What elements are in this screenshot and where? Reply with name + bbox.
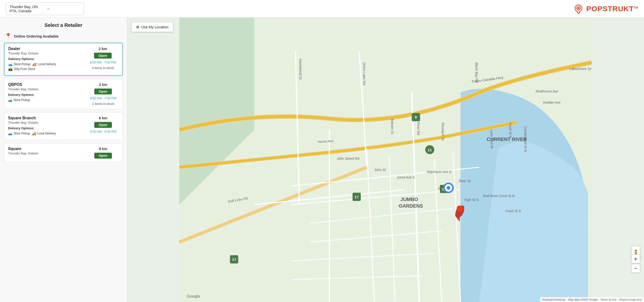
svg-point-41: [446, 186, 450, 189]
delivery-option: 🛋️ Store Pickup: [8, 132, 30, 135]
map-area: JUMBO GARDENS CURRENT RIVER Trans-Canada…: [127, 17, 644, 302]
svg-text:Hazelwood Dr: Hazelwood Dr: [298, 59, 302, 80]
svg-text:11: 11: [428, 148, 432, 152]
online-ordering-banner: 📍 Online Ordering Available: [0, 30, 127, 43]
delivery-options: 🛋️ Store Pickup 🚚 Local Delivery: [8, 62, 80, 66]
retailer-name: Dealer: [8, 47, 80, 51]
delivery-options: 🛋️ Store Pickup 🚚 Local Delivery: [8, 132, 80, 135]
header: Thunder Bay, ON P7A, Canada → POPSTRUKTT…: [0, 0, 644, 17]
svg-text:Lakeshore Dr: Lakeshore Dr: [569, 67, 592, 71]
svg-text:Algonquin Ave S: Algonquin Ave S: [427, 170, 452, 174]
svg-text:Onion Lake Rd: Onion Lake Rd: [362, 62, 366, 85]
delivery-option-label: Store Pickup: [14, 98, 30, 102]
location-input-wrap[interactable]: Thunder Bay, ON P7A, Canada →: [6, 2, 84, 15]
delivery-options-row2: 🗃️ Ship From Store: [8, 67, 80, 71]
zoom-out-button[interactable]: −: [631, 264, 640, 273]
retailer-name: QBPOS: [8, 82, 80, 87]
retailer-city: Thunder Bay, Ontario: [8, 87, 80, 91]
delivery-option-label: Ship From Store: [14, 67, 35, 71]
delivery-option-icon: 🛋️: [8, 132, 12, 135]
delivery-option-label: Local Delivery: [38, 62, 56, 66]
svg-point-42: [457, 205, 463, 211]
svg-text:GARDENS: GARDENS: [399, 203, 423, 209]
svg-text:JUMBO: JUMBO: [400, 197, 418, 202]
distance: 2 km: [99, 82, 107, 87]
delivery-option-icon: 🗃️: [8, 67, 12, 71]
keyboard-shortcuts-link[interactable]: Keyboard shortcuts: [542, 298, 565, 301]
svg-text:Google: Google: [187, 294, 200, 299]
svg-text:Strathcona Ave: Strathcona Ave: [536, 90, 558, 93]
svg-text:+: +: [414, 114, 418, 120]
retailer-right: 8 km Open: [84, 143, 123, 162]
svg-text:John Street Rd: John Street Rd: [337, 157, 360, 160]
use-my-location-label: Use My Location: [141, 25, 168, 29]
retailer-right: 2 km Open 9:00 AM - 7:00 PM 4 items in-s…: [83, 43, 122, 75]
open-badge: Open: [94, 53, 112, 59]
use-my-location-button[interactable]: ⊕ Use My Location: [132, 22, 173, 32]
retailer-card[interactable]: Square Branch Thunder Bay, Ontario Deliv…: [4, 112, 123, 140]
stock-count: 4 items in-stock: [92, 66, 114, 70]
open-badge: Open: [94, 153, 112, 158]
retailer-city: Thunder Bay, Ontario: [8, 121, 80, 124]
terms-of-use-link[interactable]: Terms of Use: [600, 298, 616, 301]
online-ordering-label: Online Ordering Available: [14, 34, 59, 38]
delivery-label: Delivery Options:: [8, 57, 80, 61]
svg-text:Lyon Blvd W: Lyon Blvd W: [490, 130, 494, 149]
svg-text:Shuniach St: Shuniach St: [441, 123, 445, 141]
logo-icon: [573, 3, 584, 14]
open-badge: Open: [94, 122, 112, 128]
panel-title: Select a Retailer: [0, 17, 127, 30]
svg-text:John St: John St: [374, 168, 386, 172]
stock-count: 1 items in-stock: [92, 102, 114, 106]
svg-text:Red River Court St N: Red River Court St N: [483, 194, 515, 198]
delivery-option-icon: 🛋️: [8, 62, 12, 66]
retailer-card[interactable]: QBPOS Thunder Bay, Ontario Delivery Opti…: [4, 79, 123, 109]
svg-text:Court St S: Court St S: [506, 209, 521, 213]
delivery-option-label: Store Pickup: [14, 132, 30, 135]
svg-text:Balsam St: Balsam St: [390, 119, 394, 134]
retailer-name: Square Branch: [8, 116, 80, 120]
logo-text: POPSTRUKTTM: [586, 5, 638, 13]
delivery-options: 🛋️ Store Pickup: [8, 98, 80, 102]
zoom-in-button[interactable]: +: [631, 255, 640, 264]
retailer-card[interactable]: Square Thunder Bay, Ontario 8 km Open: [4, 143, 123, 162]
delivery-label: Delivery Options:: [8, 126, 80, 130]
crosshair-icon: ⊕: [136, 25, 139, 29]
retailer-city: Thunder Bay, Ontario: [8, 151, 80, 155]
delivery-option-icon: 🚚: [32, 132, 36, 135]
delivery-option-icon: 🚚: [32, 62, 36, 66]
location-arrow-icon[interactable]: →: [46, 6, 80, 11]
logo: POPSTRUKTTM: [573, 3, 638, 14]
delivery-label: Delivery Options:: [8, 93, 80, 97]
svg-text:Cumberland St N: Cumberland St N: [524, 126, 527, 152]
retailer-list: Dealer Thunder Bay, Ontario Delivery Opt…: [0, 43, 127, 166]
hours: 9:00 AM - 7:00 PM: [90, 60, 116, 64]
delivery-option-icon: 🛋️: [8, 98, 12, 102]
svg-text:17: 17: [354, 195, 359, 199]
retailer-info: Square Thunder Bay, Ontario: [4, 143, 84, 162]
pin-icon: 📍: [5, 33, 12, 39]
retailer-city: Thunder Bay, Ontario: [8, 51, 80, 55]
distance: 6 km: [99, 116, 107, 120]
distance: 2 km: [99, 47, 107, 51]
open-badge: Open: [94, 89, 112, 94]
retailer-right: 6 km Open 9:00 AM - 6:00 PM: [84, 113, 123, 140]
hours: 9:00 AM - 7:00 PM: [90, 96, 116, 100]
svg-text:Hodder Ave: Hodder Ave: [543, 101, 560, 104]
retailer-right: 2 km Open 9:00 AM - 7:00 PM 1 items in-s…: [84, 79, 123, 109]
map-background: JUMBO GARDENS CURRENT RIVER Trans-Canada…: [127, 17, 644, 302]
svg-point-0: [578, 7, 579, 9]
retailer-info: Square Branch Thunder Bay, Ontario Deliv…: [4, 113, 84, 140]
report-map-error-link[interactable]: Report a map error: [619, 298, 642, 301]
retailer-info: Dealer Thunder Bay, Ontario Delivery Opt…: [4, 43, 83, 75]
svg-text:River St: River St: [458, 179, 470, 183]
location-text: Thunder Bay, ON P7A, Canada: [10, 5, 44, 13]
delivery-option: 🛋️ Store Pickup: [8, 62, 30, 66]
hours: 9:00 AM - 6:00 PM: [90, 130, 116, 134]
retailer-info: QBPOS Thunder Bay, Ontario Delivery Opti…: [4, 79, 84, 109]
delivery-option: 🛋️ Store Pickup: [8, 98, 30, 102]
retailer-card[interactable]: Dealer Thunder Bay, Ontario Delivery Opt…: [4, 43, 123, 76]
svg-text:Junot Ave S: Junot Ave S: [397, 176, 414, 179]
svg-text:Black Bay Rd: Black Bay Rd: [475, 62, 478, 83]
main-layout: Select a Retailer 📍 Online Ordering Avai…: [0, 17, 644, 302]
